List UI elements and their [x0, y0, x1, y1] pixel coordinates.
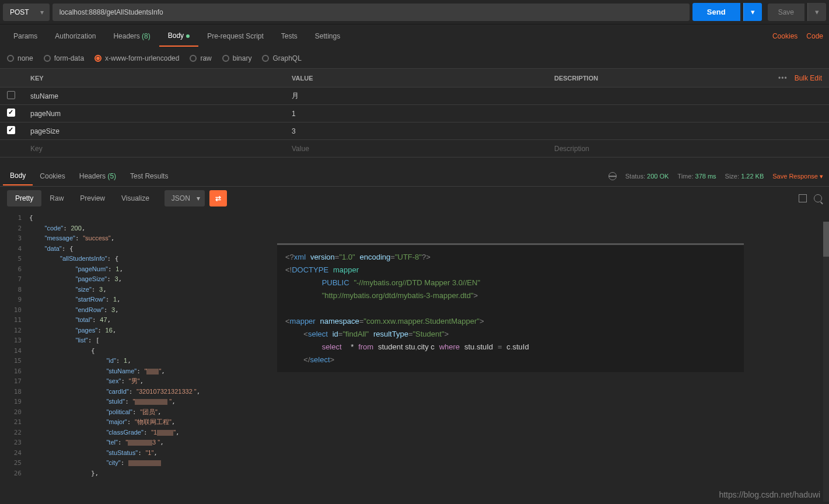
row-value[interactable]: 1 [285, 110, 547, 118]
resp-tab-headers[interactable]: Headers (5) [72, 167, 123, 185]
cookies-link[interactable]: Cookies [772, 32, 797, 40]
format-select[interactable]: JSON [165, 190, 205, 206]
placeholder-value[interactable]: Value [285, 145, 547, 153]
tab-prerequest[interactable]: Pre-request Script [198, 26, 272, 46]
tab-tests[interactable]: Tests [272, 26, 306, 46]
table-row[interactable]: pageNum 1 [0, 105, 829, 123]
xml-code-overlay: <?xml version="1.0" encoding="UTF-8"?> <… [277, 243, 744, 372]
url-input[interactable] [53, 4, 690, 21]
search-icon[interactable] [814, 194, 822, 202]
line-numbers: 1 2 3 4 5 6 7 8 9 10 11 12 13 14 15 16 1… [0, 210, 26, 496]
copy-icon[interactable] [799, 194, 807, 202]
row-checkbox[interactable] [7, 126, 15, 134]
watermark: https://blog.csdn.net/haduwi [719, 490, 820, 499]
resp-tab-body[interactable]: Body [3, 167, 33, 186]
radio-label: form-data [54, 54, 84, 62]
radio-icon [190, 55, 197, 62]
tab-body[interactable]: Body [159, 26, 198, 47]
tab-headers[interactable]: Headers (8) [104, 26, 159, 46]
row-value[interactable]: 月 [285, 91, 547, 101]
radio-label: binary [233, 54, 252, 62]
send-dropdown[interactable]: ▾ [743, 3, 762, 21]
tab-body-label: Body [168, 32, 184, 40]
tab-headers-label: Headers [113, 32, 139, 40]
tab-params[interactable]: Params [5, 26, 46, 46]
request-right-links: Cookies Code [772, 32, 823, 40]
wrap-icon[interactable]: ⇄ [209, 190, 227, 206]
save-response-link[interactable]: Save Response ▾ [772, 173, 823, 180]
table-row[interactable]: stuName 月 [0, 88, 829, 105]
radio-label: x-www-form-urlencoded [105, 54, 179, 62]
radio-icon [95, 55, 102, 62]
body-type-radios: none form-data x-www-form-urlencoded raw… [0, 48, 829, 68]
radio-label: none [18, 54, 33, 62]
view-mode-tabs: Pretty Raw Preview Visualize JSON ⇄ [0, 187, 829, 210]
body-modified-dot [186, 34, 190, 38]
radio-icon [222, 55, 229, 62]
tab-settings[interactable]: Settings [306, 26, 349, 46]
params-table-header: KEY VALUE DESCRIPTION ••• Bulk Edit [0, 69, 829, 88]
radio-icon [44, 55, 51, 62]
radio-icon [7, 55, 14, 62]
row-key[interactable]: pageNum [23, 110, 285, 118]
tab-authorization[interactable]: Authorization [46, 26, 104, 46]
status-value: 200 OK [647, 173, 669, 180]
method-select[interactable]: POST [3, 4, 50, 21]
more-icon[interactable]: ••• [778, 74, 788, 82]
view-preview[interactable]: Preview [72, 190, 113, 206]
bulk-edit-link[interactable]: Bulk Edit [795, 74, 822, 82]
header-value: VALUE [285, 75, 547, 82]
table-row-placeholder[interactable]: Key Value Description [0, 140, 829, 158]
save-button[interactable]: Save [768, 4, 804, 21]
scrollbar[interactable] [823, 222, 829, 502]
radio-raw[interactable]: raw [190, 54, 211, 62]
radio-formdata[interactable]: form-data [44, 54, 84, 62]
save-response-label: Save Response [772, 173, 818, 180]
radio-icon [262, 55, 269, 62]
time-label: Time: [677, 173, 693, 180]
header-description: DESCRIPTION [547, 75, 778, 82]
row-checkbox[interactable] [7, 108, 15, 117]
size-value: 1.22 KB [741, 173, 764, 180]
resp-tab-testresults[interactable]: Test Results [123, 167, 175, 185]
placeholder-description[interactable]: Description [547, 145, 829, 153]
radio-label: GraphQL [272, 54, 301, 62]
code-link[interactable]: Code [806, 32, 823, 40]
row-key[interactable]: stuName [23, 92, 285, 100]
headers-count: (8) [142, 32, 151, 40]
radio-binary[interactable]: binary [222, 54, 252, 62]
resp-headers-label: Headers [79, 172, 106, 180]
request-tabs: Params Authorization Headers (8) Body Pr… [0, 24, 829, 48]
request-bar: POST Send ▾ Save ▾ [0, 0, 829, 24]
size-label: Size: [725, 173, 739, 180]
params-table: KEY VALUE DESCRIPTION ••• Bulk Edit stuN… [0, 68, 829, 158]
view-raw[interactable]: Raw [41, 190, 72, 206]
table-row[interactable]: pageSize 3 [0, 123, 829, 140]
radio-graphql[interactable]: GraphQL [262, 54, 301, 62]
row-key[interactable]: pageSize [23, 127, 285, 135]
send-button[interactable]: Send [692, 3, 740, 21]
header-key: KEY [23, 75, 285, 82]
placeholder-key[interactable]: Key [23, 145, 285, 153]
globe-icon[interactable] [608, 172, 617, 180]
row-checkbox[interactable] [7, 91, 15, 99]
response-tabs: Body Cookies Headers (5) Test Results St… [0, 166, 829, 187]
row-value[interactable]: 3 [285, 127, 547, 135]
resp-headers-count: (5) [107, 172, 116, 180]
response-status-bar: Status: 200 OK Time: 378 ms Size: 1.22 K… [608, 172, 823, 180]
save-dropdown[interactable]: ▾ [807, 3, 826, 21]
view-pretty[interactable]: Pretty [7, 190, 41, 206]
radio-urlencoded[interactable]: x-www-form-urlencoded [95, 54, 179, 62]
status-label: Status: [625, 173, 645, 180]
view-visualize[interactable]: Visualize [113, 190, 158, 206]
radio-label: raw [200, 54, 211, 62]
time-value: 378 ms [695, 173, 716, 180]
radio-none[interactable]: none [7, 54, 33, 62]
scrollbar-thumb[interactable] [823, 222, 829, 257]
resp-tab-cookies[interactable]: Cookies [33, 167, 72, 185]
